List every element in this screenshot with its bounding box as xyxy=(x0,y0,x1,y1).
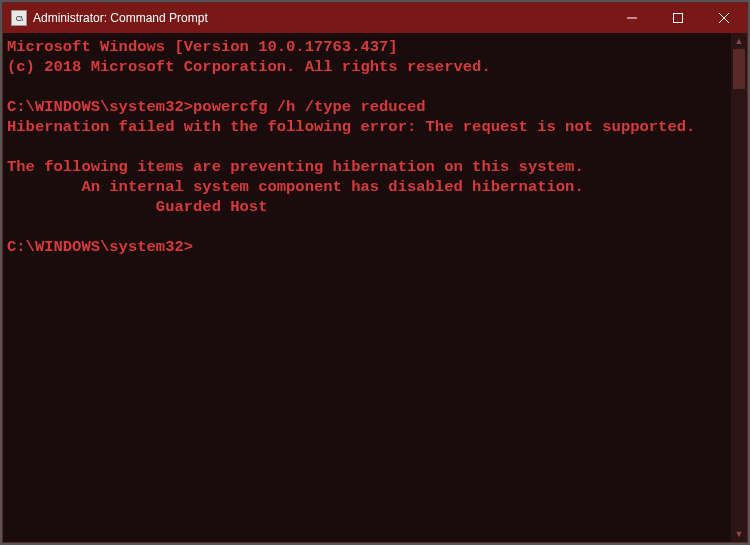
minimize-icon xyxy=(627,13,637,23)
cursor xyxy=(193,238,202,256)
header-line-1: Microsoft Windows [Version 10.0.17763.43… xyxy=(7,38,398,56)
maximize-icon xyxy=(673,13,683,23)
maximize-button[interactable] xyxy=(655,3,701,33)
titlebar[interactable]: C:\ Administrator: Command Prompt xyxy=(3,3,747,33)
vertical-scrollbar[interactable]: ▲ ▼ xyxy=(731,33,747,542)
scroll-down-arrow-icon[interactable]: ▼ xyxy=(731,526,747,542)
cmd-icon: C:\ xyxy=(11,10,27,26)
scroll-up-arrow-icon[interactable]: ▲ xyxy=(731,33,747,49)
error-line: Hibernation failed with the following er… xyxy=(7,118,695,136)
terminal-area[interactable]: Microsoft Windows [Version 10.0.17763.43… xyxy=(3,33,747,542)
info-line-2: An internal system component has disable… xyxy=(7,178,584,196)
header-line-2: (c) 2018 Microsoft Corporation. All righ… xyxy=(7,58,491,76)
info-line-3: Guarded Host xyxy=(7,198,267,216)
prompt-2: C:\WINDOWS\system32> xyxy=(7,238,193,256)
minimize-button[interactable] xyxy=(609,3,655,33)
close-icon xyxy=(719,13,729,23)
scroll-thumb[interactable] xyxy=(733,49,745,89)
svg-rect-1 xyxy=(674,14,683,23)
prompt-1: C:\WINDOWS\system32> xyxy=(7,98,193,116)
close-button[interactable] xyxy=(701,3,747,33)
window-title: Administrator: Command Prompt xyxy=(33,11,609,25)
info-line-1: The following items are preventing hiber… xyxy=(7,158,584,176)
command-prompt-window: C:\ Administrator: Command Prompt Micros… xyxy=(2,2,748,543)
command-1: powercfg /h /type reduced xyxy=(193,98,426,116)
window-controls xyxy=(609,3,747,33)
